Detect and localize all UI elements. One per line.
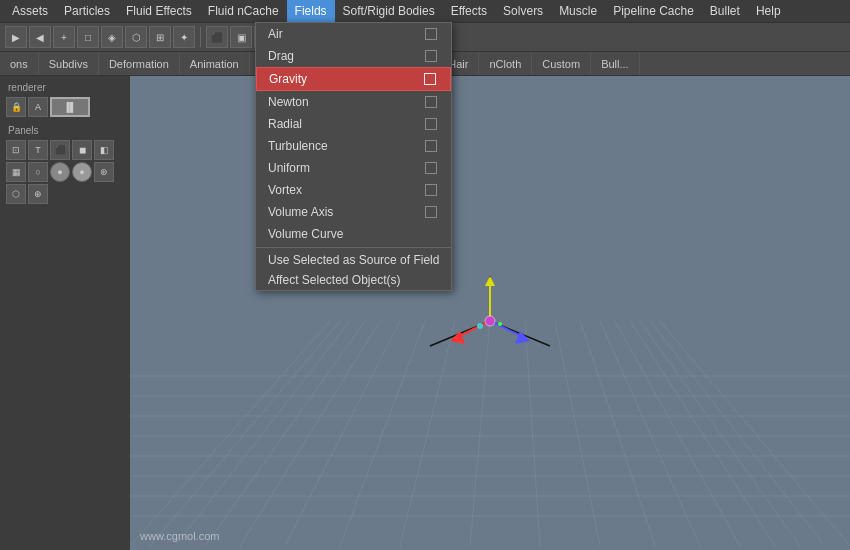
svg-line-11 bbox=[205, 321, 365, 546]
panel-icon-2[interactable]: T bbox=[28, 140, 48, 160]
svg-line-8 bbox=[130, 321, 330, 546]
toolbar-icon-7[interactable]: ⊞ bbox=[149, 26, 171, 48]
watermark: www.cgmol.com bbox=[140, 530, 219, 542]
menu-item-drag[interactable]: Drag bbox=[256, 45, 451, 67]
dropdown-separator bbox=[256, 247, 451, 248]
menu-fields[interactable]: Fields bbox=[287, 0, 335, 22]
tab-custom[interactable]: Custom bbox=[532, 52, 591, 76]
menu-effects[interactable]: Effects bbox=[443, 0, 495, 22]
menu-item-drag-label: Drag bbox=[268, 49, 294, 63]
air-checkbox[interactable] bbox=[423, 26, 439, 42]
svg-line-20 bbox=[600, 321, 700, 546]
menu-item-gravity[interactable]: Gravity bbox=[256, 67, 451, 91]
panel-icon-8[interactable]: ● bbox=[50, 162, 70, 182]
menu-item-air[interactable]: Air bbox=[256, 23, 451, 45]
menu-help[interactable]: Help bbox=[748, 0, 789, 22]
renderer-icon-3[interactable]: ▐▌ bbox=[50, 97, 90, 117]
menu-item-vortex-label: Vortex bbox=[268, 183, 302, 197]
viewport[interactable]: .gridline { stroke: #8899aa; stroke-widt… bbox=[130, 76, 850, 550]
menu-fluid-effects[interactable]: Fluid Effects bbox=[118, 0, 200, 22]
menu-item-uniform-label: Uniform bbox=[268, 161, 310, 175]
left-panel: renderer 🔒 A ▐▌ Panels ⊡ T ⬛ ◼ ◧ ▦ ○ ● ●… bbox=[0, 76, 130, 550]
turbulence-checkbox[interactable] bbox=[423, 138, 439, 154]
panel-icon-5[interactable]: ◧ bbox=[94, 140, 114, 160]
menu-item-newton[interactable]: Newton bbox=[256, 91, 451, 113]
menu-item-affect-selected[interactable]: Affect Selected Object(s) bbox=[256, 270, 451, 290]
drag-checkbox[interactable] bbox=[423, 48, 439, 64]
menu-muscle[interactable]: Muscle bbox=[551, 0, 605, 22]
tab-animation[interactable]: Animation bbox=[180, 52, 250, 76]
menu-item-affect-selected-label: Affect Selected Object(s) bbox=[268, 273, 401, 287]
vortex-checkbox[interactable] bbox=[423, 182, 439, 198]
svg-line-10 bbox=[175, 321, 350, 546]
newton-checkbox[interactable] bbox=[423, 94, 439, 110]
renderer-icon-1[interactable]: 🔒 bbox=[6, 97, 26, 117]
panel-icon-6[interactable]: ▦ bbox=[6, 162, 26, 182]
tab-deformation[interactable]: Deformation bbox=[99, 52, 180, 76]
panel-icon-1[interactable]: ⊡ bbox=[6, 140, 26, 160]
panel-icon-11[interactable]: ⬡ bbox=[6, 184, 26, 204]
menu-particles[interactable]: Particles bbox=[56, 0, 118, 22]
radial-checkbox[interactable] bbox=[423, 116, 439, 132]
panel-icon-12[interactable]: ⊕ bbox=[28, 184, 48, 204]
svg-line-19 bbox=[580, 321, 655, 546]
menubar: Assets Particles Fluid Effects Fluid nCa… bbox=[0, 0, 850, 22]
menu-item-volume-axis-label: Volume Axis bbox=[268, 205, 333, 219]
menu-item-turbulence[interactable]: Turbulence bbox=[256, 135, 451, 157]
panel-icon-10[interactable]: ⊛ bbox=[94, 162, 114, 182]
svg-line-15 bbox=[400, 321, 455, 546]
panels-icons: ⊡ T ⬛ ◼ ◧ ▦ ○ ● ● ⊛ ⬡ ⊕ bbox=[4, 138, 126, 206]
menu-item-turbulence-label: Turbulence bbox=[268, 139, 328, 153]
panel-icon-3[interactable]: ⬛ bbox=[50, 140, 70, 160]
toolbar-icon-6[interactable]: ⬡ bbox=[125, 26, 147, 48]
menu-item-radial[interactable]: Radial bbox=[256, 113, 451, 135]
menu-pipeline-cache[interactable]: Pipeline Cache bbox=[605, 0, 702, 22]
tab-bull[interactable]: Bull... bbox=[591, 52, 640, 76]
tab-ncloth[interactable]: nCloth bbox=[479, 52, 532, 76]
menu-fluid-ncache[interactable]: Fluid nCache bbox=[200, 0, 287, 22]
menu-item-volume-curve-label: Volume Curve bbox=[268, 227, 343, 241]
toolbar-icon-10[interactable]: ▣ bbox=[230, 26, 252, 48]
menu-item-vortex[interactable]: Vortex bbox=[256, 179, 451, 201]
toolbar-icon-1[interactable]: ▶ bbox=[5, 26, 27, 48]
panel-icon-7[interactable]: ○ bbox=[28, 162, 48, 182]
toolbar-icon-8[interactable]: ✦ bbox=[173, 26, 195, 48]
tab-subdivs[interactable]: Subdivs bbox=[39, 52, 99, 76]
svg-line-24 bbox=[650, 321, 825, 546]
panel-icon-9[interactable]: ● bbox=[72, 162, 92, 182]
svg-line-21 bbox=[615, 321, 740, 546]
svg-line-25 bbox=[660, 321, 850, 546]
toolbar-icon-4[interactable]: □ bbox=[77, 26, 99, 48]
menu-item-use-selected-label: Use Selected as Source of Field bbox=[268, 253, 439, 267]
toolbar-icon-5[interactable]: ◈ bbox=[101, 26, 123, 48]
svg-line-9 bbox=[150, 321, 340, 546]
tab-ons[interactable]: ons bbox=[0, 52, 39, 76]
volume-axis-checkbox[interactable] bbox=[423, 204, 439, 220]
svg-point-35 bbox=[485, 316, 495, 326]
svg-point-37 bbox=[498, 322, 502, 326]
menu-item-uniform[interactable]: Uniform bbox=[256, 157, 451, 179]
toolbar-icon-3[interactable]: + bbox=[53, 26, 75, 48]
viewport-grid: .gridline { stroke: #8899aa; stroke-widt… bbox=[130, 76, 850, 550]
uniform-checkbox[interactable] bbox=[423, 160, 439, 176]
menu-item-use-selected[interactable]: Use Selected as Source of Field bbox=[256, 250, 451, 270]
volume-curve-spacer bbox=[423, 226, 439, 242]
toolbar-icon-9[interactable]: ⬛ bbox=[206, 26, 228, 48]
menu-item-volume-curve[interactable]: Volume Curve bbox=[256, 223, 451, 245]
menu-item-radial-label: Radial bbox=[268, 117, 302, 131]
panel-icon-4[interactable]: ◼ bbox=[72, 140, 92, 160]
renderer-icon-2[interactable]: A bbox=[28, 97, 48, 117]
toolbar-icon-2[interactable]: ◀ bbox=[29, 26, 51, 48]
gravity-checkbox[interactable] bbox=[422, 71, 438, 87]
menu-item-newton-label: Newton bbox=[268, 95, 309, 109]
menu-solvers[interactable]: Solvers bbox=[495, 0, 551, 22]
svg-line-22 bbox=[630, 321, 775, 546]
menu-soft-rigid[interactable]: Soft/Rigid Bodies bbox=[335, 0, 443, 22]
svg-point-36 bbox=[477, 323, 483, 329]
menu-item-volume-axis[interactable]: Volume Axis bbox=[256, 201, 451, 223]
menu-item-gravity-label: Gravity bbox=[269, 72, 307, 86]
menu-item-air-label: Air bbox=[268, 27, 283, 41]
menu-bullet[interactable]: Bullet bbox=[702, 0, 748, 22]
menu-assets[interactable]: Assets bbox=[4, 0, 56, 22]
svg-line-18 bbox=[555, 321, 600, 546]
